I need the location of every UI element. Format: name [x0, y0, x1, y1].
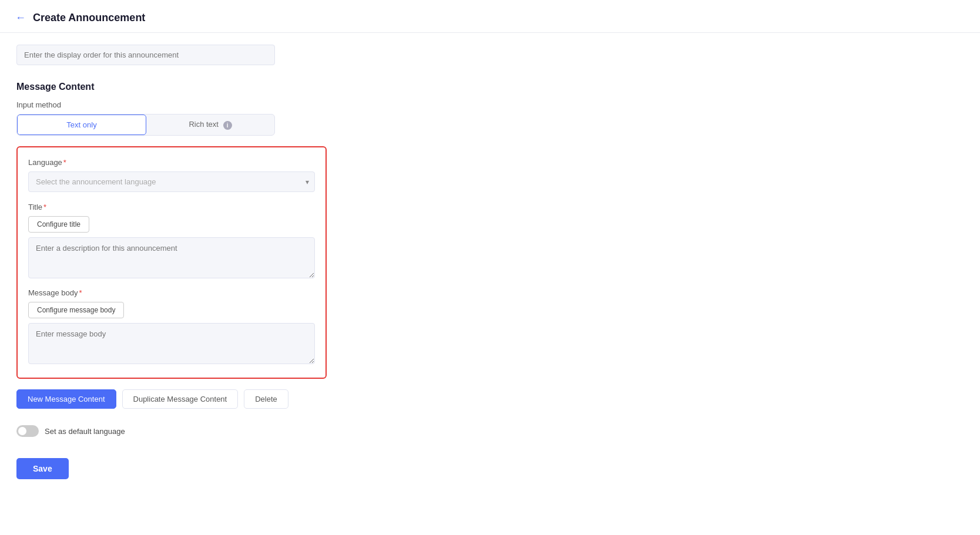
- message-body-label: Message body*: [28, 288, 315, 297]
- message-body-required-star: *: [79, 288, 82, 297]
- delete-button[interactable]: Delete: [244, 389, 288, 409]
- input-method-label: Input method: [16, 100, 964, 109]
- action-buttons-row: New Message Content Duplicate Message Co…: [16, 389, 964, 409]
- message-content-card: Language* Select the announcement langua…: [16, 146, 327, 379]
- message-body-textarea[interactable]: [28, 323, 315, 364]
- tab-text-only[interactable]: Text only: [17, 115, 146, 135]
- language-required-star: *: [63, 158, 66, 167]
- save-button[interactable]: Save: [16, 458, 69, 479]
- back-button[interactable]: ←: [14, 11, 27, 25]
- back-arrow-icon: ←: [15, 12, 26, 24]
- new-message-content-button[interactable]: New Message Content: [16, 389, 116, 409]
- title-description-textarea[interactable]: [28, 237, 315, 278]
- input-method-section: Input method Text only Rich text i: [16, 100, 964, 136]
- default-language-toggle-label: Set as default language: [45, 427, 125, 436]
- title-section: Title* Configure title: [28, 203, 315, 280]
- configure-title-button[interactable]: Configure title: [28, 216, 89, 233]
- input-method-tab-group: Text only Rich text i: [16, 114, 275, 136]
- message-body-section: Message body* Configure message body: [28, 288, 315, 366]
- language-label: Language*: [28, 158, 315, 167]
- section-title: Message Content: [16, 82, 964, 92]
- default-language-toggle[interactable]: [16, 425, 39, 437]
- title-required-star: *: [43, 203, 46, 211]
- page-title: Create Announcement: [33, 12, 145, 24]
- language-select-wrapper: Select the announcement language English…: [28, 171, 315, 192]
- title-field-label: Title*: [28, 203, 315, 211]
- default-language-toggle-row: Set as default language: [16, 425, 964, 437]
- tab-rich-text[interactable]: Rich text i: [146, 115, 274, 135]
- tab-text-only-label: Text only: [66, 120, 96, 129]
- configure-message-body-button[interactable]: Configure message body: [28, 302, 124, 318]
- display-order-input[interactable]: [16, 45, 275, 65]
- duplicate-message-content-button[interactable]: Duplicate Message Content: [122, 389, 239, 409]
- language-select[interactable]: Select the announcement language English…: [28, 171, 315, 192]
- rich-text-info-icon: i: [223, 121, 232, 130]
- tab-rich-text-label: Rich text: [189, 120, 219, 129]
- content-area: Message Content Input method Text only R…: [0, 33, 980, 503]
- page-header: ← Create Announcement: [0, 0, 980, 33]
